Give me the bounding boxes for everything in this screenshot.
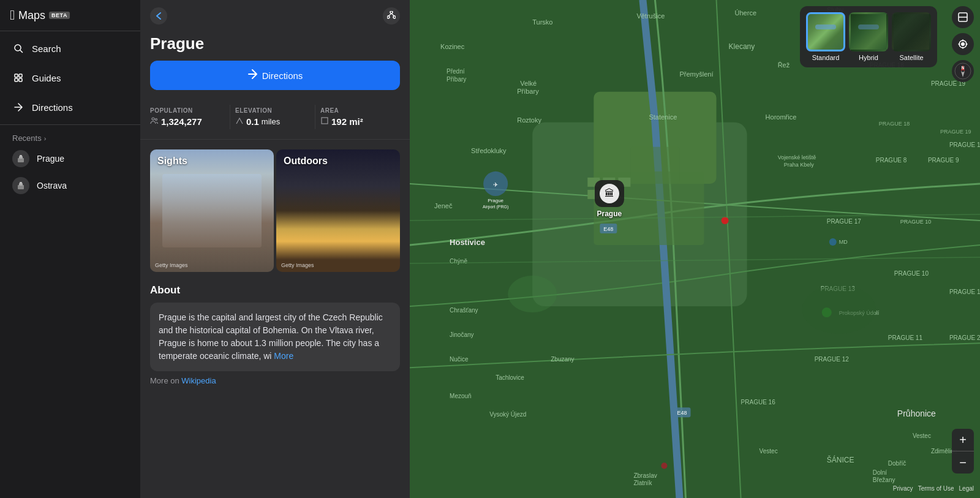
svg-point-106 (961, 42, 965, 46)
app-name: Maps (18, 9, 45, 22)
search-label: Search (32, 43, 61, 54)
svg-point-97 (722, 217, 729, 224)
zoom-out-button[interactable]: − (952, 451, 974, 473)
standard-thumb (806, 12, 845, 51)
detail-panel: Prague Directions POPULATION (140, 0, 410, 498)
legal-link[interactable]: Legal (959, 485, 974, 492)
about-text: Prague is the capital and largest city o… (159, 312, 383, 361)
search-icon (12, 42, 24, 55)
sidebar-item-guides[interactable]: Guides (0, 63, 140, 92)
svg-point-88 (661, 462, 667, 469)
share-button[interactable] (383, 7, 400, 25)
svg-point-13 (387, 16, 390, 18)
svg-text:Roztoky: Roztoky (517, 116, 541, 124)
svg-text:Jeneč: Jeneč (434, 202, 453, 209)
directions-button[interactable]: Directions (150, 61, 400, 90)
more-link[interactable]: More (274, 351, 293, 361)
more-on-label: More on (150, 376, 179, 385)
svg-text:E48: E48 (677, 410, 687, 416)
gallery-item-outdoors[interactable]: Outdoors Getty Images (276, 149, 400, 272)
svg-text:PRAGUE 9: PRAGUE 9 (928, 157, 959, 164)
svg-text:Větrušice: Větrušice (636, 12, 665, 20)
svg-rect-5 (19, 78, 22, 81)
prague-icon (12, 150, 29, 167)
svg-rect-11 (20, 182, 22, 184)
svg-text:PRAGUE 22: PRAGUE 22 (949, 334, 980, 341)
map-layers-button[interactable] (952, 6, 974, 28)
svg-rect-8 (20, 155, 22, 157)
sidebar:  Maps BETA Search Guides (0, 0, 140, 498)
svg-text:Nučice: Nučice (450, 356, 469, 363)
prague-map-marker[interactable]: 🏛 Prague (595, 180, 624, 218)
svg-text:Úherce: Úherce (735, 9, 756, 17)
svg-rect-24 (630, 147, 679, 184)
app-logo:  Maps BETA (10, 7, 70, 23)
svg-text:PRAGUE 8: PRAGUE 8 (876, 157, 907, 164)
svg-text:Airport (PRG): Airport (PRG) (483, 205, 508, 209)
map-area[interactable]: ✈ Prague Airport (PRG) Kozinec Tursko Vě… (410, 0, 980, 498)
svg-point-99 (508, 276, 557, 312)
terms-link[interactable]: Terms of Use (918, 485, 954, 492)
sidebar-item-search[interactable]: Search (0, 34, 140, 63)
svg-line-1 (20, 50, 23, 53)
privacy-link[interactable]: Privacy (893, 485, 913, 492)
svg-text:Prague: Prague (488, 198, 503, 203)
svg-text:Příbary: Příbary (447, 76, 466, 83)
svg-text:PRAGUE 16: PRAGUE 16 (741, 399, 776, 406)
svg-point-12 (390, 11, 393, 13)
gallery-item-sights[interactable]: Sights Getty Images (150, 149, 274, 272)
outdoors-label: Outdoors (284, 156, 328, 167)
elevation-unit: miles (262, 117, 280, 126)
compass-button[interactable]: N (952, 60, 974, 82)
recents-item-prague[interactable]: Prague (0, 145, 140, 172)
svg-text:Horomřice: Horomřice (766, 113, 797, 121)
area-value: 192 mi² (331, 116, 363, 127)
map-style-panel: Standard Hybrid Satellite (800, 6, 937, 67)
about-title: About (150, 284, 400, 296)
svg-line-16 (391, 13, 394, 17)
apple-icon:  (10, 7, 15, 23)
svg-text:MD: MD (839, 239, 848, 245)
sidebar-item-directions[interactable]: Directions (0, 92, 140, 122)
marker-city-icon: 🏛 (600, 184, 619, 203)
svg-point-17 (152, 118, 154, 120)
svg-rect-3 (19, 74, 22, 77)
location-button[interactable] (952, 33, 974, 55)
svg-point-98 (802, 285, 876, 334)
svg-text:Průhonice: Průhonice (897, 409, 936, 418)
svg-text:Praha Kbely: Praha Kbely (784, 162, 815, 168)
recents-chevron: › (44, 135, 47, 142)
svg-text:Velké: Velké (520, 80, 537, 87)
svg-text:Chýně: Chýně (450, 258, 467, 265)
marker-bubble: 🏛 (595, 180, 624, 207)
guides-label: Guides (32, 73, 61, 83)
style-option-satellite[interactable]: Satellite (892, 12, 931, 61)
directions-label: Directions (32, 102, 73, 113)
svg-text:Příbary: Příbary (517, 88, 539, 95)
svg-text:Přední: Přední (447, 68, 465, 75)
style-option-hybrid[interactable]: Hybrid (849, 12, 888, 61)
back-button[interactable] (150, 7, 167, 25)
zoom-in-button[interactable]: + (952, 429, 974, 451)
svg-line-15 (388, 13, 391, 17)
svg-text:Jinočany: Jinočany (450, 331, 473, 338)
wikipedia-link[interactable]: Wikipedia (181, 376, 216, 385)
svg-text:Statenice: Statenice (649, 113, 677, 121)
svg-text:PRAGUE 15: PRAGUE 15 (949, 289, 980, 295)
map-zoom-controls: + − (952, 429, 974, 473)
svg-text:✈: ✈ (493, 181, 498, 188)
svg-text:Tachlovice: Tachlovice (496, 374, 524, 381)
recents-item-ostrava[interactable]: Ostrava (0, 172, 140, 199)
elevation-icon (235, 116, 244, 127)
svg-text:PRAGUE 10: PRAGUE 10 (894, 270, 929, 277)
gallery-row: Sights Getty Images Outdoors Getty Image… (140, 140, 410, 274)
svg-rect-4 (15, 78, 18, 81)
area-icon (320, 116, 329, 127)
svg-text:Vojenské letiště: Vojenské letiště (778, 154, 816, 160)
directions-button-label: Directions (262, 70, 303, 81)
population-icon (150, 116, 159, 127)
prague-recent-label: Prague (37, 154, 64, 164)
map-background: ✈ Prague Airport (PRG) Kozinec Tursko Vě… (410, 0, 980, 498)
svg-point-14 (393, 16, 396, 18)
style-option-standard[interactable]: Standard (806, 12, 845, 61)
